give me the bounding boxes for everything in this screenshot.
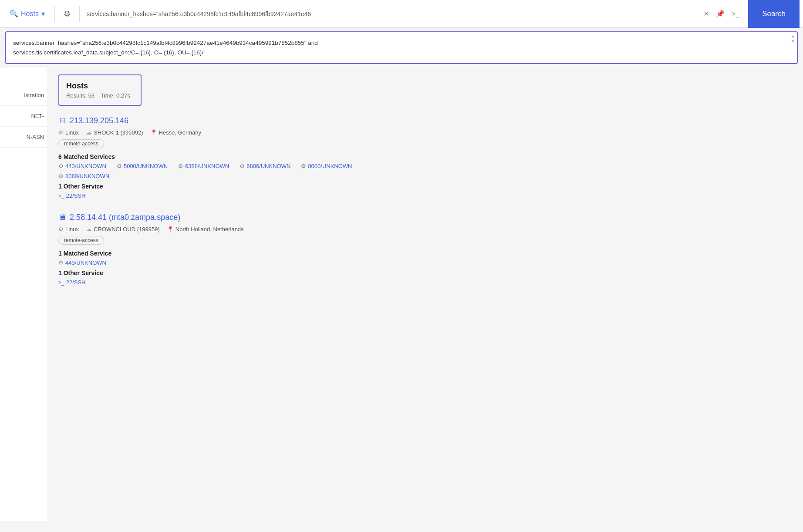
host-title: 🖥 213.139.205.146 bbox=[58, 116, 793, 125]
service-link[interactable]: ⚙ 443/UNKNOWN bbox=[58, 259, 106, 266]
service-name: 8080/UNKNOWN bbox=[65, 173, 109, 179]
terminal-icon: >_ bbox=[58, 279, 64, 286]
search-input[interactable] bbox=[83, 7, 745, 21]
os-icon: ⚙ bbox=[58, 226, 64, 232]
settings-button[interactable]: ⚙ bbox=[58, 5, 76, 23]
search-input-wrap: ✕ 📌 >_ bbox=[83, 7, 745, 21]
query-scrollbar[interactable]: ▲ ▼ bbox=[790, 33, 796, 62]
host-ip: 213.139.205.146 bbox=[70, 116, 128, 125]
results-count: Results: 53 bbox=[66, 92, 94, 99]
service-link[interactable]: ⚙ 5000/UNKNOWN bbox=[117, 163, 168, 169]
service-name: 6388/UNKNOWN bbox=[185, 163, 229, 169]
other-services-label: 1 Other Service bbox=[58, 183, 793, 190]
host-entry: 🖥 2.58.14.41 (mta0.zampa.space) ⚙ Linux … bbox=[58, 213, 793, 286]
location-label: North Holland, Netherlands bbox=[175, 226, 244, 232]
results-time: Time: 0.27s bbox=[101, 92, 130, 99]
sidebar-item-label: istration bbox=[24, 92, 44, 98]
service-gear-icon: ⚙ bbox=[301, 163, 306, 169]
service-gear-icon: ⚙ bbox=[58, 173, 64, 179]
service-gear-icon: ⚙ bbox=[178, 163, 183, 169]
clear-button[interactable]: ✕ bbox=[702, 9, 711, 19]
monitor-icon: 🖥 bbox=[58, 213, 66, 222]
host-location: 📍 Hesse, Germany bbox=[150, 129, 202, 136]
top-bar: 🔍 Hosts ▾ ⚙ ✕ 📌 >_ Search bbox=[0, 0, 803, 28]
matched-services-label: 1 Matched Service bbox=[58, 250, 793, 257]
service-name: 443/UNKNOWN bbox=[65, 163, 106, 169]
hosts-summary-box: Hosts Results: 53 Time: 0.27s bbox=[58, 74, 142, 106]
os-label: Linux bbox=[65, 226, 79, 232]
host-ip-link[interactable]: 213.139.205.146 bbox=[70, 116, 128, 125]
query-expand-box: services.banner_hashes="sha256:e3b0c4429… bbox=[5, 31, 798, 64]
service-name: 6806/UNKNOWN bbox=[246, 163, 290, 169]
services-list: ⚙ 443/UNKNOWN bbox=[58, 259, 793, 266]
host-entry: 🖥 213.139.205.146 ⚙ Linux ☁ SHOCK-1 (395… bbox=[58, 116, 793, 199]
service-gear-icon: ⚙ bbox=[240, 163, 245, 169]
hosts-box-meta: Results: 53 Time: 0.27s bbox=[66, 92, 130, 99]
sidebar-item-administration[interactable]: istration bbox=[0, 85, 47, 106]
query-line1: services.banner_hashes="sha256:e3b0c4429… bbox=[13, 38, 779, 48]
query-line2: services.tls.certificates.leaf_data.subj… bbox=[13, 48, 779, 57]
monitor-icon: 🖥 bbox=[58, 116, 66, 125]
other-service-name: 22/SSH bbox=[66, 279, 86, 286]
services-list-2: ⚙ 8080/UNKNOWN bbox=[58, 173, 793, 179]
service-link[interactable]: ⚙ 6388/UNKNOWN bbox=[178, 163, 229, 169]
search-button[interactable]: Search bbox=[748, 0, 800, 28]
os-label: Linux bbox=[65, 129, 79, 136]
sidebar-item-net[interactable]: NET- bbox=[0, 106, 47, 127]
gear-icon: ⚙ bbox=[64, 9, 71, 19]
tag-label: remote-access bbox=[64, 141, 98, 147]
host-location: 📍 North Holland, Netherlands bbox=[167, 226, 244, 232]
host-os: ⚙ Linux bbox=[58, 226, 79, 232]
hosts-label: Hosts bbox=[21, 10, 39, 18]
matched-services-label: 6 Matched Services bbox=[58, 153, 793, 160]
location-icon: 📍 bbox=[150, 129, 157, 136]
host-ip-link[interactable]: 2.58.14.41 (mta0.zampa.space) bbox=[70, 213, 180, 222]
host-tag: remote-access bbox=[58, 139, 104, 148]
main-layout: istration NET- N-ASN Hosts Results: 53 T… bbox=[0, 67, 803, 521]
service-name: 5000/UNKNOWN bbox=[124, 163, 168, 169]
service-name: 8000/UNKNOWN bbox=[308, 163, 352, 169]
sidebar-item-label: N-ASN bbox=[27, 134, 44, 140]
isp-label: CROWNCLOUD (199959) bbox=[94, 226, 160, 232]
service-gear-icon: ⚙ bbox=[58, 163, 64, 169]
host-isp: ☁ CROWNCLOUD (199959) bbox=[86, 226, 160, 232]
input-actions: ✕ 📌 >_ bbox=[702, 9, 741, 19]
sidebar-item-label: NET- bbox=[31, 113, 44, 119]
service-gear-icon: ⚙ bbox=[117, 163, 122, 169]
other-service-link[interactable]: >_ 22/SSH bbox=[58, 279, 793, 286]
hosts-button[interactable]: 🔍 Hosts ▾ bbox=[3, 6, 51, 21]
service-gear-icon: ⚙ bbox=[58, 259, 64, 266]
other-services-label: 1 Other Service bbox=[58, 269, 793, 276]
service-link[interactable]: ⚙ 6806/UNKNOWN bbox=[240, 163, 290, 169]
pin-button[interactable]: 📌 bbox=[714, 9, 726, 19]
cloud-icon: ☁ bbox=[86, 226, 92, 232]
other-service-link[interactable]: >_ 22/SSH bbox=[58, 192, 793, 199]
cloud-icon: ☁ bbox=[86, 129, 92, 136]
location-icon: 📍 bbox=[167, 226, 174, 232]
chevron-down-icon: ▾ bbox=[41, 10, 45, 18]
host-meta: ⚙ Linux ☁ CROWNCLOUD (199959) 📍 North Ho… bbox=[58, 226, 793, 232]
scroll-down-icon: ▼ bbox=[791, 39, 795, 44]
divider2 bbox=[79, 6, 80, 22]
scroll-up-icon: ▲ bbox=[791, 34, 795, 38]
sidebar: istration NET- N-ASN bbox=[0, 67, 48, 521]
search-icon: 🔍 bbox=[10, 10, 18, 18]
host-isp: ☁ SHOCK-1 (395092) bbox=[86, 129, 143, 136]
tag-label: remote-access bbox=[64, 237, 98, 243]
os-icon: ⚙ bbox=[58, 129, 64, 136]
results-area: Hosts Results: 53 Time: 0.27s 🖥 213.139.… bbox=[48, 67, 803, 521]
service-name: 443/UNKNOWN bbox=[65, 259, 106, 266]
host-ip: 2.58.14.41 (mta0.zampa.space) bbox=[70, 213, 180, 222]
service-link[interactable]: ⚙ 443/UNKNOWN bbox=[58, 163, 106, 169]
isp-label: SHOCK-1 (395092) bbox=[94, 129, 143, 136]
services-list: ⚙ 443/UNKNOWN ⚙ 5000/UNKNOWN ⚙ 6388/UNKN… bbox=[58, 163, 793, 169]
service-link[interactable]: ⚙ 8000/UNKNOWN bbox=[301, 163, 352, 169]
location-label: Hesse, Germany bbox=[159, 129, 202, 136]
host-tag: remote-access bbox=[58, 236, 104, 245]
search-button-label: Search bbox=[762, 10, 786, 18]
service-link[interactable]: ⚙ 8080/UNKNOWN bbox=[58, 173, 109, 179]
sidebar-item-asn[interactable]: N-ASN bbox=[0, 127, 47, 148]
other-service-name: 22/SSH bbox=[66, 192, 86, 199]
terminal-button[interactable]: >_ bbox=[730, 9, 741, 19]
hosts-box-title: Hosts bbox=[66, 81, 130, 91]
